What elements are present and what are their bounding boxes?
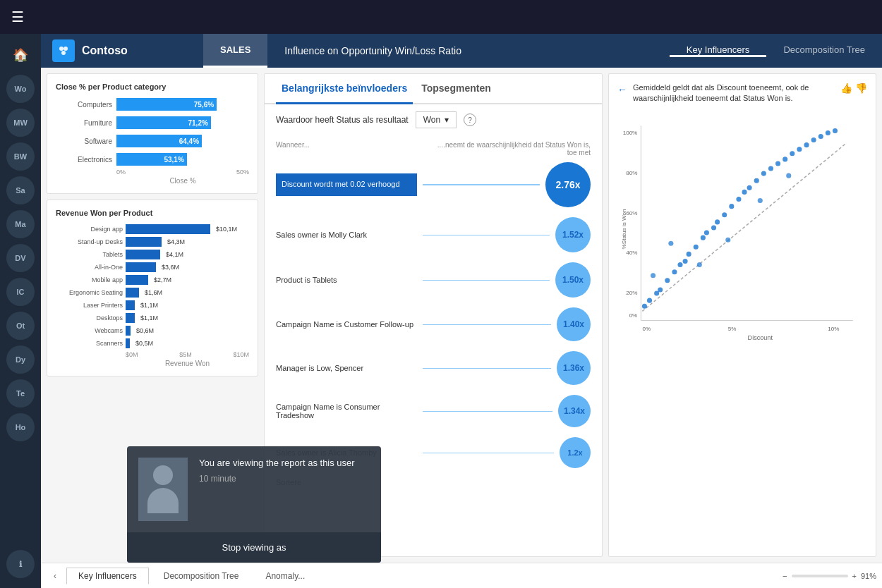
dislike-button[interactable]: 👎 [855, 82, 867, 94]
zoom-minus-button[interactable]: − [783, 572, 787, 580]
discount-label-container: Discount wordt met 0.02 verhoogd [276, 173, 417, 195]
list-item: Desktops $1,1M [56, 313, 249, 323]
svg-point-39 [775, 161, 780, 166]
rev-bar-fill [126, 288, 139, 298]
svg-point-41 [790, 151, 795, 156]
sidebar-icon-mw[interactable]: MW [6, 109, 35, 137]
rev-label: Webcams [56, 327, 123, 334]
rev-bar-fill [126, 237, 162, 247]
bubble-manager: 1.36x [557, 351, 591, 385]
svg-point-26 [694, 245, 699, 250]
svg-point-35 [747, 185, 752, 190]
influencer-line-campaign2 [423, 411, 552, 412]
bottom-tab-key-influencers-label: Key Influencers [78, 571, 137, 581]
list-item: Scanners $0,5M [56, 338, 249, 348]
sidebar-icon-te[interactable]: Te [6, 379, 35, 408]
close-chart-title: Close % per Product category [56, 82, 249, 91]
bubble-campaign1: 1.40x [557, 307, 591, 341]
top-nav: ☰ [0, 0, 882, 34]
tab-topsegmenten[interactable]: Topsegmenten [416, 74, 497, 104]
chart-panel-header: ← Gemiddeld geldt dat als Discount toene… [617, 82, 867, 104]
sidebar-icon-ma[interactable]: Ma [6, 210, 35, 238]
rev-value: $2,7M [154, 276, 171, 283]
analysis-controls: Waardoor heeft Status als resultaat Won … [265, 104, 602, 135]
stop-viewing-button[interactable]: Stop viewing as [127, 532, 381, 563]
svg-point-2 [61, 51, 66, 55]
avatar-head [153, 465, 173, 485]
bottom-tab-anomaly[interactable]: Anomaly... [253, 568, 317, 584]
svg-line-16 [642, 143, 845, 311]
influencer-line-campaign1 [423, 324, 551, 325]
report-header: Contoso SALES Influence on Opportunity W… [41, 34, 882, 68]
rev-bar-fill [126, 275, 148, 285]
influencer-label-manager: Manager is Low, Spencer [276, 364, 417, 372]
rev-label: Design app [56, 226, 123, 233]
rev-axis-0: $0M [126, 351, 138, 358]
bar-fill-computers: 75,6% [116, 98, 217, 111]
sidebar-icon-dy[interactable]: Dy [6, 345, 35, 374]
tab-decomposition-tree[interactable]: Decomposition Tree [766, 44, 882, 57]
help-icon[interactable]: ? [464, 114, 476, 126]
sidebar-icon-wo[interactable]: Wo [6, 75, 35, 103]
svg-point-25 [687, 252, 691, 257]
bottom-tab-decomposition-label: Decomposition Tree [164, 571, 239, 581]
sidebar-icon-ic[interactable]: IC [6, 278, 35, 306]
svg-point-44 [811, 137, 816, 142]
chart-panel-desc: Gemiddeld geldt dat als Discount toeneem… [633, 82, 867, 104]
rev-label: Tablets [56, 251, 123, 258]
hamburger-icon[interactable]: ☰ [11, 8, 24, 25]
influencer-row-campaign2[interactable]: Campaign Name is Consumer Tradeshow 1.34… [276, 395, 591, 427]
bottom-tab-decomposition-tree[interactable]: Decomposition Tree [152, 568, 251, 584]
tab-key-influencers[interactable]: Key Influencers [670, 44, 767, 57]
bar-label-computers: Computers [56, 101, 112, 109]
sidebar-icon-bw[interactable]: BW [6, 142, 35, 171]
svg-text:5%: 5% [728, 325, 737, 331]
rev-value: $4,1M [166, 251, 183, 258]
sidebar-icon-ho[interactable]: Ho [6, 413, 35, 441]
influencer-label-molly: Sales owner is Molly Clark [276, 231, 417, 239]
svg-point-43 [804, 142, 809, 147]
won-value: Won [423, 115, 440, 125]
influencer-row-campaign1[interactable]: Campaign Name is Customer Follow-up 1.40… [276, 307, 591, 341]
influencer-row-molly[interactable]: Sales owner is Molly Clark 1.52x [276, 217, 591, 252]
list-item: Mobile app $2,7M [56, 275, 249, 285]
rev-axis-5: $5M [179, 351, 192, 358]
svg-point-36 [754, 178, 759, 183]
svg-point-32 [729, 204, 734, 209]
svg-text:20%: 20% [626, 290, 637, 296]
user-avatar-large [138, 458, 188, 521]
sidebar-icon-ot[interactable]: Ot [6, 312, 35, 340]
sidebar-icon-home[interactable]: 🏠 [6, 41, 35, 69]
prev-page-button[interactable]: ‹ [47, 568, 64, 584]
tab-sales[interactable]: SALES [203, 34, 267, 68]
table-row: Electronics 53,1% [56, 153, 249, 166]
report-nav-tabs: SALES Influence on Opportunity Win/Loss … [203, 34, 478, 68]
like-button[interactable]: 👍 [840, 82, 852, 94]
discount-line [423, 184, 540, 185]
list-item: Laser Printers $1,1M [56, 300, 249, 310]
report-logo-icon [52, 39, 75, 62]
influencer-row-tablets[interactable]: Product is Tablets 1.50x [276, 262, 591, 298]
axis-label-50: 50% [236, 169, 249, 176]
sidebar-icon-info[interactable]: ℹ [6, 550, 35, 578]
report-right-tabs: Key Influencers Decomposition Tree [670, 44, 882, 57]
tab-belangrijkste[interactable]: Belangrijkste beïnvloeders [276, 74, 413, 104]
won-dropdown[interactable]: Won ▾ [416, 111, 457, 128]
list-item: Ergonomic Seating $1,6M [56, 288, 249, 298]
influencer-row-manager[interactable]: Manager is Low, Spencer 1.36x [276, 351, 591, 385]
back-arrow-icon[interactable]: ← [617, 84, 627, 95]
rev-value: $0,5M [135, 340, 153, 347]
close-bar-chart: Computers 75,6% Furniture 71,2% [56, 98, 249, 166]
scatter-plot-svg: 100% 80% 60% 40% 20% 0% 0% 5% 10% %Statu… [617, 113, 867, 345]
zoom-slider[interactable] [792, 575, 848, 577]
user-popup-content: You are viewing the report as this user … [127, 446, 381, 532]
influencer-row-discount[interactable]: Discount wordt met 0.02 verhoogd 2.76x [276, 162, 591, 207]
sidebar-icon-sa[interactable]: Sa [6, 176, 35, 204]
report-logo-area: Contoso [41, 34, 203, 68]
user-popup-message: You are viewing the report as this user [199, 458, 370, 468]
svg-text:40%: 40% [626, 250, 637, 256]
zoom-plus-button[interactable]: + [852, 572, 857, 580]
bottom-tab-key-influencers[interactable]: Key Influencers [66, 568, 149, 584]
sidebar-icon-dv[interactable]: DV [6, 244, 35, 272]
table-row: Software 64,4% [56, 135, 249, 147]
